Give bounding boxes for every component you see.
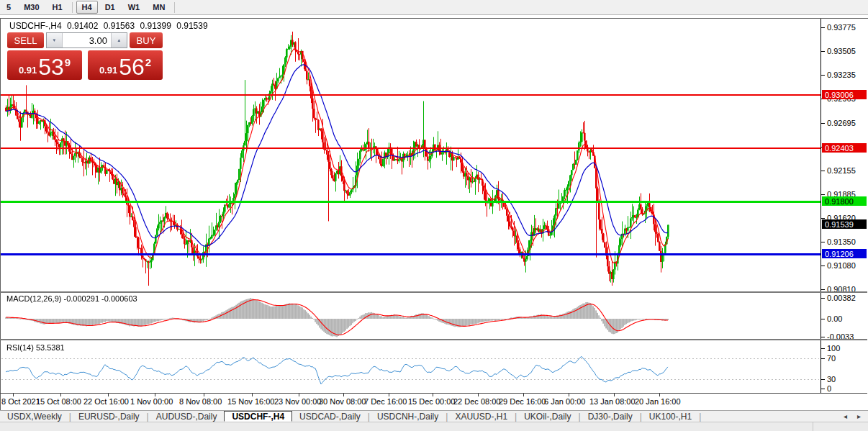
- sell-price-sup: 9: [65, 56, 71, 68]
- tab-audusd-daily[interactable]: AUDUSD-,Daily: [149, 411, 225, 422]
- rsi-tick-label: 100: [827, 344, 840, 353]
- macd-tick-label: 0.00382: [827, 294, 856, 302]
- price-tick-label: 0.92695: [827, 119, 856, 127]
- axis-tick-dash: [821, 266, 825, 266]
- tab-xauusd-h1[interactable]: XAUUSD-,H1: [448, 411, 515, 422]
- axis-tick-dash: [821, 379, 825, 380]
- date-tick-dash: [108, 394, 109, 396]
- sell-price-prefix: 0.91: [19, 65, 37, 76]
- timeframe-button-h4[interactable]: H4: [76, 1, 98, 14]
- buy-price-big: 56: [119, 56, 145, 78]
- date-tick-dash: [523, 394, 524, 396]
- rsi-tick-label: 0: [827, 384, 831, 393]
- chevron-down-icon: ▼: [52, 38, 56, 43]
- hline-support-blue[interactable]: [1, 253, 820, 255]
- date-tick-label: 15 Oct 08:00: [36, 397, 81, 406]
- price-level-label: 0.91539: [822, 219, 867, 229]
- price-tick-label: 0.93775: [827, 23, 856, 32]
- date-tick-label: 20 Jan 16:00: [635, 397, 681, 406]
- date-tick-dash: [13, 394, 14, 396]
- tab-ukoil-daily[interactable]: UKOil-,Daily: [517, 411, 578, 422]
- date-tick-dash: [299, 394, 299, 396]
- price-tick-label: 0.93505: [827, 47, 856, 55]
- date-tick-label: 8 Oct 2021: [1, 397, 40, 406]
- date-tick-label: 29 Dec 16:00: [499, 397, 546, 406]
- date-tick-label: 15 Dec 00:00: [408, 397, 455, 406]
- price-level-label: 0.91206: [822, 249, 867, 258]
- pane-divider-rsi[interactable]: [0, 339, 867, 340]
- hline-resistance-upper[interactable]: [1, 94, 820, 96]
- timeframe-button-h1[interactable]: H1: [47, 1, 68, 14]
- rsi-tick-label: 70: [827, 354, 836, 363]
- ohlc-high: 0.91563: [104, 21, 135, 31]
- price-tick-label: 0.91350: [827, 237, 856, 246]
- hline-support-green[interactable]: [1, 201, 820, 203]
- volume-decrease-button[interactable]: ▼: [47, 33, 62, 47]
- buy-price-sup: 2: [145, 56, 151, 68]
- date-tick-label: 6 Jan 00:00: [544, 397, 586, 406]
- date-tick-label: 7 Dec 16:00: [364, 397, 407, 406]
- pane-divider-macd[interactable]: [0, 291, 867, 293]
- buy-button[interactable]: BUY: [130, 32, 163, 48]
- tab-usdchf-h4[interactable]: USDCHF-,H4: [224, 411, 292, 422]
- volume-stepper: ▼ 3.00 ▲: [46, 32, 127, 48]
- bottom-strip: [0, 422, 868, 431]
- price-tick-label: 0.91080: [827, 261, 856, 270]
- tab-usdcnh-daily[interactable]: USDCNH-,Daily: [370, 411, 446, 422]
- date-tick-dash: [659, 394, 660, 396]
- hline-resistance-lower[interactable]: [1, 148, 820, 149]
- price-level-label: 0.93006: [822, 90, 867, 99]
- sell-button[interactable]: SELL: [7, 32, 44, 48]
- status-cell-divider: [813, 422, 813, 431]
- axis-tick-dash: [821, 218, 825, 219]
- tab-eurusd-daily[interactable]: EURUSD-,Daily: [71, 411, 147, 422]
- tab-usdx-weekly[interactable]: USDX,Weekly: [0, 411, 69, 422]
- timeframe-toolbar: 5M30H1H4D1W1MN: [0, 0, 868, 15]
- axis-tick-dash: [821, 51, 825, 52]
- tab-usdcad-daily[interactable]: USDCAD-,Daily: [292, 411, 368, 422]
- toolbar-separator: [72, 2, 73, 13]
- tabs-scroll-left-icon[interactable]: ◂: [844, 412, 847, 420]
- pane-divider-bottom: [0, 393, 867, 394]
- timeframe-button-m30[interactable]: M30: [18, 1, 45, 14]
- ohlc-close: 0.91539: [176, 21, 207, 31]
- tab-uk100-h1[interactable]: UK100-,H1: [642, 411, 699, 422]
- sell-price-big: 53: [38, 56, 64, 78]
- ohlc-low: 0.91399: [140, 21, 171, 31]
- date-tick-label: 22 Dec 08:00: [453, 397, 500, 406]
- axis-tick-dash: [821, 123, 825, 124]
- date-tick-label: 13 Jan 08:00: [589, 397, 636, 406]
- date-tick-dash: [389, 394, 389, 396]
- date-tick-dash: [252, 394, 253, 396]
- date-tick-label: 15 Nov 16:00: [227, 397, 274, 406]
- buy-price-prefix: 0.91: [99, 65, 117, 76]
- axis-tick-dash: [821, 348, 825, 349]
- timeframe-button-d1[interactable]: D1: [99, 1, 121, 14]
- date-tick-dash: [478, 394, 479, 396]
- tabs-scroll-right-icon[interactable]: ▸: [857, 412, 861, 420]
- timeframe-button-mn[interactable]: MN: [147, 1, 171, 14]
- sell-price-box[interactable]: 0.91 53 9: [7, 50, 82, 80]
- chart-tab-bar: USDX,Weekly|EURUSD-,Daily|AUDUSD-,DailyU…: [0, 410, 868, 422]
- macd-indicator-label: MACD(12,26,9) -0.000291 -0.000603: [6, 294, 137, 303]
- date-tick-dash: [60, 394, 61, 396]
- date-tick-label: 8 Nov 08:00: [179, 397, 222, 406]
- rsi-tick-label: 30: [827, 375, 836, 384]
- date-tick-dash: [433, 394, 433, 396]
- timeframe-button-w1[interactable]: W1: [122, 1, 146, 14]
- one-click-trading-panel: SELL ▼ 3.00 ▲ BUY 0.91 53 9 0.91 56 2: [7, 32, 163, 80]
- buy-price-box[interactable]: 0.91 56 2: [88, 50, 163, 80]
- axis-tick-dash: [821, 75, 825, 76]
- axis-tick-dash: [821, 337, 825, 337]
- axis-tick-dash: [821, 298, 825, 299]
- volume-increase-button[interactable]: ▲: [112, 33, 127, 47]
- price-tick-label: 0.92155: [827, 166, 856, 175]
- volume-field[interactable]: 3.00: [62, 33, 112, 47]
- timeframe-button-5[interactable]: 5: [1, 1, 17, 14]
- chart-symbol: USDCHF-,H4: [9, 21, 62, 31]
- axis-tick-dash: [821, 319, 825, 319]
- date-tick-dash: [614, 394, 615, 396]
- axis-tick-dash: [821, 242, 825, 242]
- tab-dj30-daily[interactable]: DJ30-,Daily: [581, 411, 640, 422]
- date-tick-dash: [204, 394, 204, 396]
